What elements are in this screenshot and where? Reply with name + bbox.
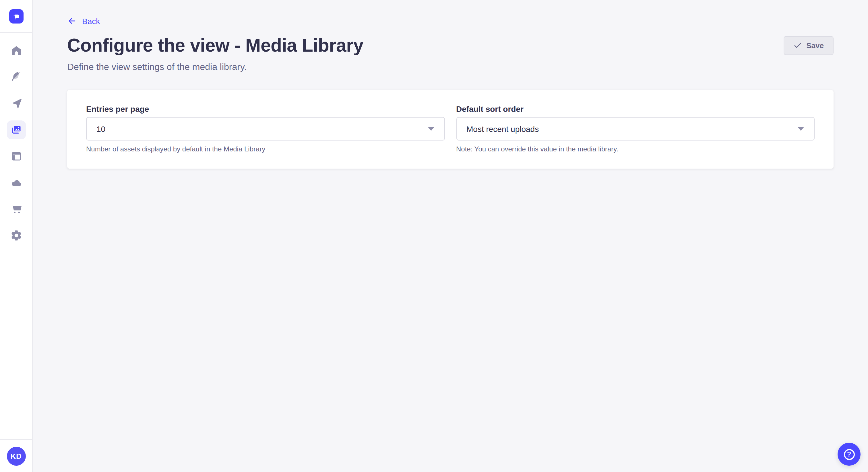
chevron-down-icon — [427, 127, 434, 131]
cart-icon — [10, 203, 22, 215]
page-subtitle: Define the view settings of the media li… — [67, 60, 834, 74]
gear-icon — [10, 229, 22, 241]
layout-icon — [10, 150, 22, 162]
sidebar-item-home[interactable] — [7, 41, 26, 60]
sidebar-item-settings[interactable] — [7, 226, 26, 245]
settings-field-grid: Entries per page 10 Number of assets dis… — [86, 104, 815, 154]
home-icon — [10, 45, 22, 57]
field-entries-per-page: Entries per page 10 Number of assets dis… — [86, 104, 445, 154]
entries-per-page-select[interactable]: 10 — [86, 117, 445, 140]
save-button-label: Save — [806, 41, 824, 49]
sidebar-item-content-manager[interactable] — [7, 68, 26, 87]
header-row: Configure the view - Media Library Save — [67, 34, 834, 57]
arrow-left-icon — [67, 16, 77, 26]
strapi-logo-icon[interactable] — [9, 9, 23, 23]
logo-section — [0, 0, 32, 33]
check-icon — [793, 41, 802, 49]
default-sort-order-select[interactable]: Most recent uploads — [456, 117, 815, 140]
help-button[interactable]: ? — [838, 443, 861, 466]
back-link[interactable]: Back — [67, 16, 100, 26]
back-label: Back — [82, 16, 100, 26]
entries-per-page-value: 10 — [96, 124, 105, 133]
app-window: KD Back Configure the view - Media Libra… — [0, 0, 868, 472]
sidebar-item-content-type-builder[interactable] — [7, 147, 26, 166]
cloud-icon — [10, 177, 22, 189]
default-sort-order-value: Most recent uploads — [466, 124, 539, 133]
field-default-sort-order: Default sort order Most recent uploads N… — [456, 104, 815, 154]
feather-icon — [10, 71, 22, 83]
default-sort-order-hint: Note: You can override this value in the… — [456, 144, 815, 154]
page-title: Configure the view - Media Library — [67, 34, 363, 57]
user-avatar[interactable]: KD — [7, 446, 26, 465]
paper-plane-icon — [10, 98, 22, 109]
nav-icon-list — [0, 33, 32, 439]
question-mark-icon: ? — [844, 449, 855, 460]
sidebar-user-section: KD — [0, 439, 32, 472]
sidebar-item-media-library[interactable] — [7, 121, 26, 139]
default-sort-order-label: Default sort order — [456, 104, 815, 113]
main-nav-sidebar: KD — [0, 0, 33, 472]
chevron-down-icon — [797, 127, 804, 131]
entries-per-page-label: Entries per page — [86, 104, 445, 113]
main-content: Back Configure the view - Media Library … — [33, 0, 868, 472]
sidebar-item-deploy[interactable] — [7, 94, 26, 113]
sidebar-item-cloud[interactable] — [7, 173, 26, 192]
save-button[interactable]: Save — [783, 36, 834, 55]
settings-card: Entries per page 10 Number of assets dis… — [67, 90, 834, 169]
entries-per-page-hint: Number of assets displayed by default in… — [86, 144, 445, 154]
sidebar-item-marketplace[interactable] — [7, 200, 26, 218]
pictures-icon — [10, 124, 22, 136]
